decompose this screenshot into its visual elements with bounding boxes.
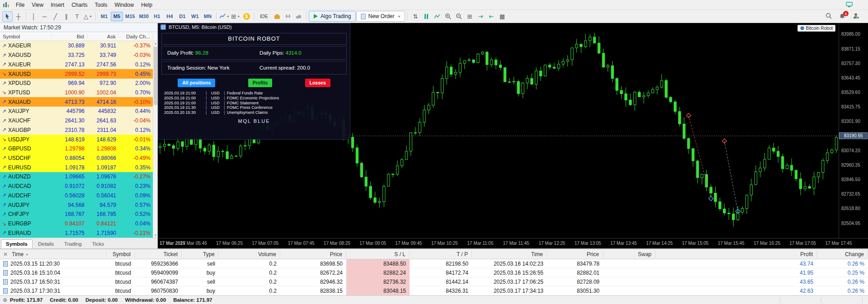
history-column-ticket[interactable]: Ticket bbox=[135, 251, 182, 258]
horizontal-line-button[interactable]: ─ bbox=[39, 11, 50, 22]
chart-layout-button[interactable]: ⊞▼ bbox=[231, 11, 241, 22]
market-row-xaujpy[interactable]: ↗XAUJPY4457964458320.44% bbox=[0, 107, 153, 116]
market-watch-scrollbar[interactable]: ▲ ▼ bbox=[153, 41, 157, 238]
robot-button-losses[interactable]: Losses bbox=[305, 79, 330, 87]
market-button[interactable] bbox=[272, 11, 282, 22]
tick-chart-button[interactable] bbox=[432, 11, 442, 22]
timeframe-m5[interactable]: M5 bbox=[111, 12, 123, 21]
market-row-xageur[interactable]: ↗XAGEUR30.88930.911-0.37% bbox=[0, 41, 153, 51]
price-axis[interactable]: 83985.0083871.1583757.3083643.4583529.60… bbox=[839, 23, 868, 238]
market-row-xpdusd[interactable]: ↗XPDUSD969.94972.902.00% bbox=[0, 79, 153, 88]
history-column-profit[interactable]: Profit bbox=[656, 251, 817, 258]
history-column-swap[interactable]: Swap bbox=[603, 251, 656, 258]
market-row-xaugbp[interactable]: ↗XAUGBP2310.782311.040.12% bbox=[0, 125, 153, 135]
close-toolbox-button[interactable]: ✕ bbox=[2, 251, 9, 257]
indicators-button[interactable]: ▼ bbox=[219, 11, 230, 22]
market-row-euraud[interactable]: ↗EURAUD1.715751.71590-0.21% bbox=[0, 228, 153, 238]
scroll-up-icon[interactable]: ▲ bbox=[153, 41, 158, 46]
market-row-usdchf[interactable]: ↗USDCHF0.880540.88066-0.49% bbox=[0, 154, 153, 163]
market-row-audjpy[interactable]: ↗AUDJPY94.56894.5790.57% bbox=[0, 200, 153, 210]
history-column-t-p[interactable]: T / P bbox=[410, 251, 472, 258]
menu-insert[interactable]: Insert bbox=[47, 1, 68, 9]
vps-button[interactable] bbox=[293, 11, 304, 22]
market-row-xauchf[interactable]: ↗XAUCHF2641.302641.63-0.04% bbox=[0, 116, 153, 126]
tab-ticks[interactable]: Ticks bbox=[87, 239, 109, 248]
search-button[interactable] bbox=[826, 13, 832, 20]
zoom-out-button[interactable] bbox=[453, 11, 464, 22]
history-column-volume[interactable]: Volume bbox=[219, 251, 280, 258]
market-row-chfjpy[interactable]: ↗CHFJPY168.767168.7850.52% bbox=[0, 210, 153, 219]
menu-help[interactable]: Help bbox=[137, 1, 156, 9]
column-symbol[interactable]: Symbol bbox=[0, 34, 52, 39]
trendline-button[interactable]: ╱ bbox=[50, 11, 61, 22]
market-row-xauusd[interactable]: ↘XAUUSD2999.522999.730.45% bbox=[0, 69, 153, 79]
ea-badge[interactable]: Bitcoin Robot bbox=[797, 25, 835, 32]
menu-tools[interactable]: Tools bbox=[91, 1, 111, 9]
market-row-audchf[interactable]: ↗AUDCHF0.560280.560410.09% bbox=[0, 191, 153, 201]
column-ask[interactable]: Ask bbox=[87, 34, 119, 39]
timeframe-h4[interactable]: H4 bbox=[164, 12, 176, 21]
history-column-time-close[interactable]: Time bbox=[472, 251, 547, 258]
market-row-xauaud[interactable]: ↗XAUAUD4713.734714.16-0.10% bbox=[0, 97, 153, 107]
tab-details[interactable]: Details bbox=[33, 239, 59, 248]
market-row-xagusd[interactable]: ↗XAGUSD33.72533.749-0.03% bbox=[0, 51, 153, 60]
market-row-xaueur[interactable]: ↗XAUEUR2747.132747.560.12% bbox=[0, 60, 153, 69]
step-forward-button[interactable]: ⇥ bbox=[475, 11, 486, 22]
market-row-usdjpy[interactable]: ↘USDJPY148.619148.629-0.01% bbox=[0, 135, 153, 144]
algo-trading-button[interactable]: Algo Trading bbox=[309, 11, 356, 22]
zoom-in-button[interactable] bbox=[443, 11, 453, 22]
menu-charts[interactable]: Charts bbox=[68, 1, 91, 9]
calculator-button[interactable]: ▦ bbox=[497, 11, 507, 22]
pause-button[interactable] bbox=[421, 11, 431, 22]
column-bid[interactable]: Bid bbox=[52, 34, 87, 39]
history-row[interactable]: 2025.03.15 11:20:30btcusd959236366sell0.… bbox=[0, 259, 868, 268]
history-column-type[interactable]: Type bbox=[182, 251, 219, 258]
deposit-button[interactable]: $ bbox=[241, 11, 252, 22]
scroll-down-icon[interactable]: ▼ bbox=[153, 233, 158, 238]
market-row-audcad[interactable]: ↗AUDCAD0.910720.910820.23% bbox=[0, 182, 153, 191]
robot-button-all-positions[interactable]: All positions bbox=[178, 79, 215, 87]
sort-button[interactable]: ⇅ bbox=[410, 11, 420, 22]
text-tool-button[interactable]: T bbox=[72, 11, 82, 22]
history-column-symbol[interactable]: Symbol bbox=[107, 251, 135, 258]
data-window-button[interactable]: ⊞ bbox=[464, 11, 475, 22]
market-row-eurgbp[interactable]: ↘EURGBP0.841070.841210.04% bbox=[0, 219, 153, 229]
market-row-xptusd[interactable]: ↘XPTUSD1000.901002.040.70% bbox=[0, 88, 153, 98]
market-row-audnzd[interactable]: ↗AUDNZD1.096651.09676-0.27% bbox=[0, 172, 153, 182]
history-row[interactable]: 2025.03.16 15:10:04btcusd959409099buy0.2… bbox=[0, 268, 868, 277]
new-order-button[interactable]: New Order ▼ bbox=[356, 11, 405, 22]
notifications-button[interactable]: 1 bbox=[839, 13, 845, 19]
column-daily-change[interactable]: Daily Ch... bbox=[119, 34, 153, 39]
timeframe-h1[interactable]: H1 bbox=[151, 12, 163, 21]
timeframe-w1[interactable]: W1 bbox=[189, 12, 201, 21]
history-column-price-close[interactable]: Price bbox=[547, 251, 603, 258]
ide-button[interactable]: IDE bbox=[257, 11, 271, 22]
crosshair-tool-button[interactable]: ┼ bbox=[13, 11, 24, 22]
history-column-price[interactable]: Price bbox=[280, 251, 346, 258]
menu-window[interactable]: Window bbox=[111, 1, 138, 9]
history-row[interactable]: 2025.03.17 16:50:31btcusd960674387sell0.… bbox=[0, 277, 868, 286]
menu-file[interactable]: File bbox=[12, 1, 28, 9]
market-row-eurusd[interactable]: ↗EURUSD1.091781.091870.35% bbox=[0, 163, 153, 172]
tab-trading[interactable]: Trading bbox=[59, 239, 87, 248]
history-column-change[interactable]: Change bbox=[817, 251, 868, 258]
timeframe-m30[interactable]: M30 bbox=[137, 12, 150, 21]
history-column-time[interactable]: Time▲ bbox=[0, 251, 107, 258]
step-back-button[interactable]: ⇤ bbox=[486, 11, 496, 22]
shapes-button[interactable]: △▼ bbox=[83, 11, 93, 22]
account-button[interactable] bbox=[853, 13, 859, 20]
time-axis[interactable]: 17 Mar 202517 Mar 05:4517 Mar 06:2517 Ma… bbox=[158, 238, 868, 248]
timeframe-m15[interactable]: M15 bbox=[123, 12, 137, 21]
menu-view[interactable]: View bbox=[28, 1, 47, 9]
history-column-s-l[interactable]: S / L bbox=[346, 251, 410, 258]
timeframe-mn[interactable]: MN bbox=[202, 12, 214, 21]
robot-button-profits[interactable]: Profits bbox=[248, 79, 272, 87]
vertical-line-button[interactable]: │ bbox=[28, 11, 39, 22]
market-row-gbpusd[interactable]: ↗GBPUSD1.297981.298080.34% bbox=[0, 144, 153, 154]
tab-symbols[interactable]: Symbols bbox=[1, 239, 33, 248]
chart-panel[interactable]: 83985.0083871.1583757.3083643.4583529.60… bbox=[158, 23, 868, 248]
timeframe-d1[interactable]: D1 bbox=[176, 12, 189, 21]
channel-button[interactable]: ∥ bbox=[61, 11, 71, 22]
connection-icon[interactable] bbox=[846, 2, 853, 8]
signals-button[interactable] bbox=[283, 11, 293, 22]
